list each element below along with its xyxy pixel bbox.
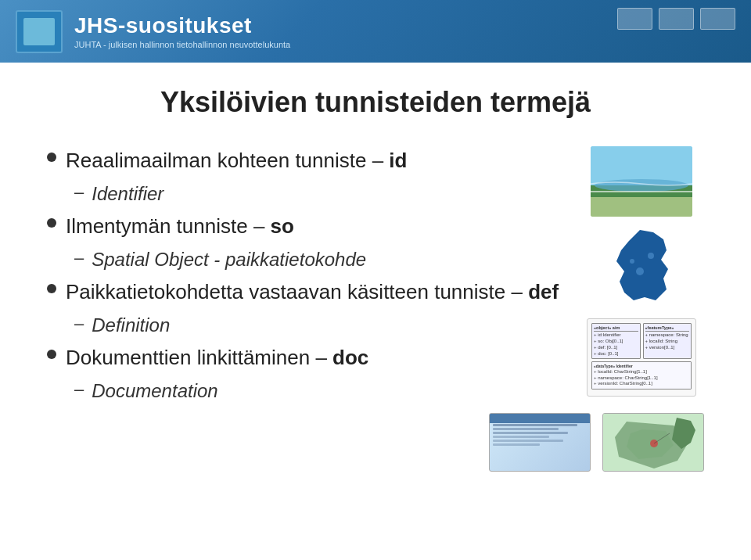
- header-dec-2: [659, 8, 694, 30]
- dash-3-0: –: [74, 312, 84, 336]
- bullet-text-before-1: Reaalimaailman kohteen tunniste –: [66, 149, 389, 172]
- header-title: JHS-suositukset: [74, 13, 290, 38]
- bullet-dot-3: [47, 284, 56, 293]
- bullet-text-before-3: Paikkatietokohdetta vastaavan käsitteen …: [66, 280, 528, 303]
- bullet-text-4: Dokumenttien linkittäminen – doc: [66, 343, 368, 372]
- bullet-bold-3: def: [528, 280, 559, 303]
- bottom-images-row: [47, 413, 704, 472]
- bullet-bold-2: so: [271, 214, 294, 238]
- screenshot-1-image: [489, 413, 591, 472]
- header-decorations: [617, 8, 735, 30]
- bullet-text-1: Reaalimaailman kohteen tunniste – id: [66, 146, 407, 174]
- bullet-text-before-2: Ilmentymän tunniste –: [66, 214, 271, 238]
- logo-inner: [23, 18, 55, 45]
- sub-item-1-0: – Identifier: [74, 181, 563, 207]
- images-column: «object» aim + id:Identifier + so: Obj[0…: [579, 146, 704, 409]
- header-dec-1: [617, 8, 652, 30]
- bullet-dot-4: [47, 350, 56, 359]
- bullet-item-2: Ilmentymän tunniste – so: [47, 212, 563, 240]
- header-dec-3: [700, 8, 735, 30]
- lake-image: [591, 146, 692, 217]
- svg-rect-2: [591, 197, 692, 217]
- bullet-text-2: Ilmentymän tunniste – so: [66, 212, 294, 240]
- sub-text-3-0: Definition: [92, 312, 170, 339]
- dash-1-0: –: [74, 181, 84, 205]
- finland-image: [602, 228, 681, 307]
- uml-image: «object» aim + id:Identifier + so: Obj[0…: [587, 318, 696, 397]
- content-layout: Reaalimaailman kohteen tunniste – id – I…: [47, 146, 704, 409]
- bullet-dot-1: [47, 153, 56, 162]
- bullet-text-3: Paikkatietokohdetta vastaavan käsitteen …: [66, 278, 559, 306]
- bullet-bold-4: doc: [332, 346, 368, 369]
- bullet-bold-1: id: [389, 149, 407, 172]
- sub-item-3-0: – Definition: [74, 312, 563, 339]
- dash-2-0: –: [74, 246, 84, 271]
- header-logo-area: JHS-suositukset JUHTA - julkisen hallinn…: [74, 13, 290, 49]
- header-subtitle: JUHTA - julkisen hallinnon tietohallinno…: [74, 40, 290, 49]
- page-title: Yksilöivien tunnisteiden termejä: [47, 86, 704, 119]
- sub-item-2-0: – Spatial Object - paikkatietokohde: [74, 246, 563, 273]
- page-header: JHS-suositukset JUHTA - julkisen hallinn…: [0, 0, 751, 63]
- svg-point-6: [630, 259, 634, 264]
- bullet-text-before-4: Dokumenttien linkittäminen –: [66, 346, 332, 369]
- svg-point-5: [636, 267, 644, 275]
- sub-text-1-0: Identifier: [92, 181, 163, 207]
- main-content: Yksilöivien tunnisteiden termejä Reaalim…: [0, 63, 751, 487]
- logo-box: [16, 10, 63, 53]
- bullet-item-4: Dokumenttien linkittäminen – doc: [47, 343, 563, 372]
- bullet-dot-2: [47, 218, 56, 228]
- bullet-item-3: Paikkatietokohdetta vastaavan käsitteen …: [47, 278, 563, 306]
- bullet-item-1: Reaalimaailman kohteen tunniste – id: [47, 146, 563, 174]
- text-column: Reaalimaailman kohteen tunniste – id – I…: [47, 146, 579, 409]
- screenshot-2-image: [602, 413, 704, 472]
- svg-point-4: [648, 253, 654, 259]
- dash-4-0: –: [74, 378, 84, 402]
- sub-text-4-0: Documentation: [92, 378, 217, 404]
- sub-text-2-0: Spatial Object - paikkatietokohde: [92, 246, 366, 273]
- sub-item-4-0: – Documentation: [74, 378, 563, 404]
